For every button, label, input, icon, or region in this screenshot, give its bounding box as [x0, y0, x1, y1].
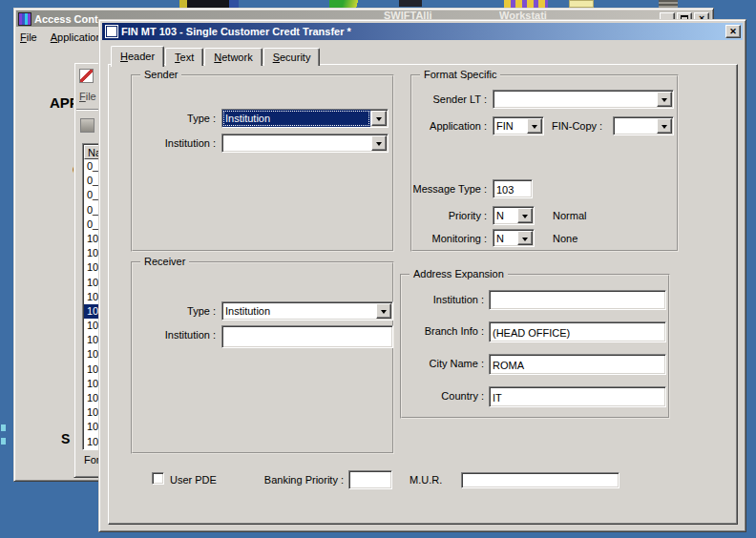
header-tab-page: Sender Type : Institution Institution : … [108, 64, 738, 525]
desktop-label-fragment [1, 424, 6, 431]
menu-application[interactable]: Application [51, 31, 102, 43]
city-name-label: City Name : [402, 358, 484, 369]
monitoring-description: None [553, 233, 578, 244]
monitoring-combo[interactable]: N [493, 229, 535, 247]
desktop-icon-fragment[interactable] [659, 0, 678, 8]
address-expansion-group: Address Expansion Institution : Branch I… [400, 274, 670, 419]
application-value: FIN [494, 117, 526, 134]
sender-group: Sender Type : Institution Institution : [131, 74, 394, 252]
document-edit-icon [79, 69, 94, 83]
dropdown-arrow-icon[interactable] [371, 111, 387, 126]
title-fragment: Workstati [499, 10, 547, 19]
desktop-label-fragment [1, 438, 6, 445]
banking-priority-label: Banking Priority : [237, 474, 344, 486]
city-name-input[interactable] [489, 354, 666, 375]
sender-type-combo[interactable]: Institution [221, 109, 388, 128]
dropdown-arrow-icon[interactable] [376, 303, 391, 319]
dialog-title: FIN MT 103 - Single Customer Credt Trans… [121, 26, 351, 37]
fin-copy-combo[interactable] [613, 116, 674, 135]
user-pde-checkbox[interactable] [152, 472, 164, 485]
title-fragment: SWIFTAlli [384, 10, 432, 19]
country-label: Country : [402, 390, 484, 402]
application-combo[interactable]: FIN [493, 116, 544, 135]
desktop-icon-fragment[interactable] [399, 0, 422, 7]
window-title: Access Cont [34, 13, 98, 25]
receiver-type-label: Type : [139, 305, 216, 317]
branch-info-input[interactable] [489, 321, 666, 342]
tab-network[interactable]: Network [204, 48, 262, 66]
branch-info-label: Branch Info : [402, 325, 484, 337]
format-specific-legend: Format Specific [420, 69, 500, 80]
banking-priority-input[interactable] [348, 470, 392, 489]
app-icon [18, 12, 32, 26]
sender-legend: Sender [140, 69, 181, 80]
fin-mt103-dialog: FIN MT 103 - Single Customer Credt Trans… [98, 19, 746, 532]
dropdown-arrow-icon[interactable] [371, 135, 387, 151]
sender-type-label: Type : [139, 113, 216, 124]
child-menu-file[interactable]: File [79, 91, 96, 102]
mur-label: M.U.R. [410, 474, 442, 486]
dropdown-arrow-icon[interactable] [527, 118, 542, 134]
address-expansion-legend: Address Expansion [410, 268, 508, 279]
fin-copy-label: FIN-Copy : [552, 120, 602, 132]
priority-value: N [494, 207, 516, 224]
application-label: Application : [412, 120, 487, 132]
receiver-institution-input[interactable] [221, 325, 393, 348]
sender-institution-value [222, 134, 370, 152]
sender-lt-combo[interactable] [493, 90, 674, 109]
sender-institution-combo[interactable] [221, 134, 388, 153]
sender-type-value: Institution [222, 110, 370, 127]
desktop: Access Cont SWIFTAlli Workstati ✕ File A… [0, 0, 756, 538]
close-button[interactable]: ✕ [725, 25, 741, 38]
dropdown-arrow-icon[interactable] [517, 231, 533, 245]
toolbar-icon[interactable] [80, 118, 94, 133]
sender-institution-label: Institution : [139, 137, 216, 149]
dropdown-arrow-icon[interactable] [517, 208, 533, 223]
receiver-type-combo[interactable]: Institution [221, 301, 393, 321]
user-pde-label: User PDE [170, 474, 217, 486]
fin-copy-value [614, 117, 656, 134]
sender-lt-value [494, 91, 656, 108]
receiver-legend: Receiver [140, 256, 189, 267]
mur-input[interactable] [461, 472, 620, 488]
label-s: S [61, 431, 70, 446]
dropdown-arrow-icon[interactable] [657, 92, 672, 107]
dropdown-arrow-icon[interactable] [657, 118, 672, 134]
priority-description: Normal [553, 210, 586, 221]
receiver-institution-label: Institution : [139, 329, 216, 341]
tab-header[interactable]: Header [111, 46, 164, 67]
receiver-group: Receiver Type : Institution Institution … [131, 261, 394, 454]
dialog-icon [106, 26, 117, 37]
addr-institution-input[interactable] [489, 290, 666, 310]
addr-institution-label: Institution : [402, 294, 484, 305]
country-input[interactable] [489, 386, 666, 407]
monitoring-value: N [494, 230, 516, 246]
message-type-label: Message Type : [412, 183, 487, 195]
sender-lt-label: Sender LT : [412, 93, 487, 105]
dialog-titlebar[interactable]: FIN MT 103 - Single Customer Credt Trans… [102, 23, 743, 40]
tab-bar: Header Text Network Security [111, 46, 321, 66]
tab-security[interactable]: Security [263, 48, 321, 66]
monitoring-label: Monitoring : [412, 233, 487, 244]
receiver-type-value: Institution [222, 302, 375, 320]
format-specific-group: Format Specific Sender LT : Application … [410, 74, 679, 252]
desktop-icon-fragment[interactable] [569, 0, 594, 8]
tab-text[interactable]: Text [165, 48, 203, 66]
menu-file[interactable]: File [20, 31, 37, 43]
priority-combo[interactable]: N [493, 206, 535, 225]
priority-label: Priority : [412, 210, 487, 221]
message-type-input[interactable] [493, 179, 533, 198]
